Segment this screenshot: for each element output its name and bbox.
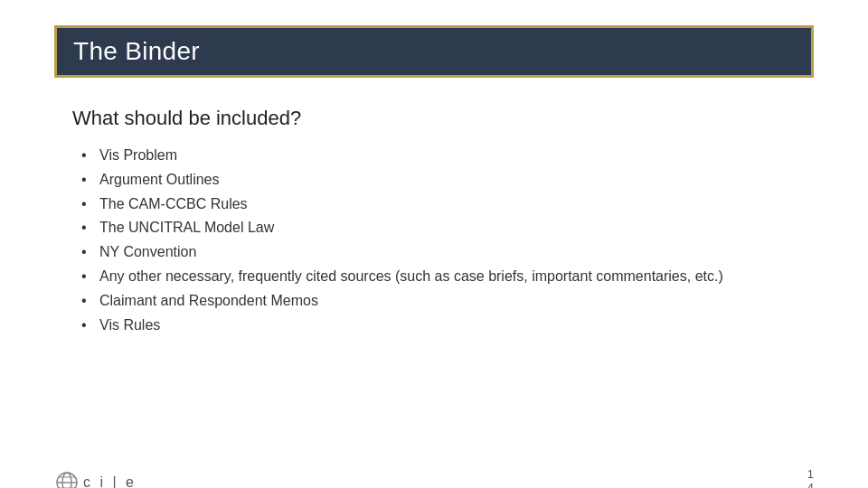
list-item: Argument Outlines <box>81 169 796 192</box>
content-area: What should be included? Vis Problem Arg… <box>0 78 868 356</box>
list-item: Claimant and Respondent Memos <box>81 290 796 313</box>
list-item: The CAM-CCBC Rules <box>81 193 796 216</box>
list-item: Vis Problem <box>81 145 796 167</box>
list-item: Any other necessary, frequently cited so… <box>81 266 796 288</box>
list-item: Vis Rules <box>81 314 796 337</box>
list-item: NY Convention <box>81 241 796 264</box>
title-bar: The Binder <box>54 25 814 78</box>
logo-area: c i | e <box>54 470 137 488</box>
svg-point-1 <box>62 473 71 488</box>
slide-title: The Binder <box>73 37 200 66</box>
slide-container: The Binder What should be included? Vis … <box>0 25 868 488</box>
logo-globe-icon <box>54 470 80 488</box>
bullet-list: Vis Problem Argument Outlines The CAM-CC… <box>81 145 796 336</box>
page-total: 4 <box>807 481 814 488</box>
list-item: The UNCITRAL Model Law <box>81 217 796 239</box>
page-number: 1 4 <box>807 467 814 488</box>
page-current: 1 <box>807 467 814 481</box>
logo-text: c i | e <box>83 474 137 488</box>
section-heading: What should be included? <box>72 107 796 130</box>
svg-point-0 <box>57 473 77 488</box>
